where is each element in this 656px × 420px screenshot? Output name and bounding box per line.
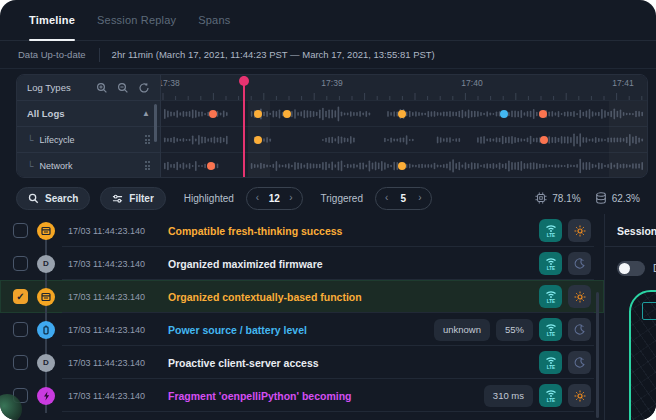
timeline-row-lifecycle[interactable]: └ Lifecycle [17, 127, 161, 153]
tab-spans[interactable]: Spans [198, 0, 230, 40]
waveform-lane-all-logs[interactable] [161, 101, 647, 127]
log-message: Proactive client-server access [168, 357, 319, 369]
triggered-label: Triggered [321, 193, 363, 204]
timeline-panel: Log Types 17:3817:3917:4017:41 All Logs … [16, 74, 648, 178]
tab-bar: Timeline Session Replay Spans [0, 0, 656, 41]
event-marker-dot[interactable] [398, 110, 406, 118]
memory-value: 62.3% [612, 193, 640, 204]
metric-badge: 55% [496, 319, 533, 341]
signal-lte-icon: LTE [544, 355, 558, 370]
highlighted-value: 12 [267, 193, 281, 204]
timeline-row-all-logs[interactable]: All Logs ▲ [17, 101, 161, 127]
search-label: Search [45, 193, 78, 204]
cpu-icon [535, 192, 547, 204]
light-mode-button[interactable] [568, 384, 591, 407]
log-types-scrollbar[interactable] [154, 104, 157, 142]
network-lte-button[interactable]: LTE [539, 285, 562, 308]
search-button[interactable]: Search [16, 187, 90, 210]
chevron-left-icon[interactable]: ‹ [256, 193, 259, 203]
row-divider [62, 411, 594, 412]
svg-text:LTE: LTE [546, 266, 554, 271]
log-row-checkbox[interactable] [13, 256, 28, 271]
network-lte-button[interactable]: LTE [539, 252, 562, 275]
log-timestamp: 17/03 11:44:23.140 [68, 325, 154, 335]
dark-mode-button[interactable] [568, 318, 591, 341]
zoom-in-icon[interactable] [96, 82, 108, 94]
event-marker-dot[interactable] [539, 110, 547, 118]
svg-text:LTE: LTE [546, 365, 554, 370]
log-row[interactable]: 17/03 11:44:23.140 Power source / batter… [0, 313, 604, 346]
light-mode-button[interactable] [568, 219, 591, 242]
network-lte-button[interactable]: LTE [539, 318, 562, 341]
network-lte-button[interactable]: LTE [539, 351, 562, 374]
log-timestamp: 17/03 11:44:23.140 [68, 226, 154, 236]
log-message: Organized contextually-based function [168, 291, 362, 303]
event-marker-dot[interactable] [540, 136, 548, 144]
event-marker-dot[interactable] [283, 110, 291, 118]
divider [99, 48, 100, 62]
waveform-lane-network[interactable] [161, 153, 647, 178]
dark-mode-button[interactable] [568, 351, 591, 374]
monitor-icon [37, 222, 55, 240]
filter-button[interactable]: Filter [100, 187, 165, 210]
timeline-ruler[interactable]: 17:3817:3917:4017:41 [161, 75, 647, 101]
app-window: Timeline Session Replay Spans Data Up-to… [0, 0, 656, 420]
lifecycle-label: Lifecycle [39, 135, 144, 145]
chevron-right-icon[interactable]: › [289, 193, 292, 203]
highlighted-label: Highlighted [184, 193, 234, 204]
monitor-icon [37, 288, 55, 306]
log-list-scrollbar[interactable] [596, 292, 599, 418]
event-marker-dot[interactable] [500, 110, 508, 118]
session-toggle[interactable] [617, 261, 645, 276]
session-panel-title: Session [605, 214, 656, 247]
log-row[interactable]: 17/03 11:44:23.140 Organized contextuall… [0, 280, 604, 313]
sun-icon [574, 225, 586, 237]
log-message: Fragment 'oenpelliPython' becoming [168, 390, 352, 402]
event-marker-dot[interactable] [254, 136, 262, 144]
log-row[interactable]: 17/03 11:44:23.140 Fragment 'oenpelliPyt… [0, 379, 604, 412]
sun-icon [574, 390, 586, 402]
signal-lte-icon: LTE [544, 256, 558, 271]
battery-icon [37, 321, 55, 339]
waveform-lane-lifecycle[interactable] [161, 127, 647, 153]
svg-text:LTE: LTE [546, 299, 554, 304]
svg-text:LTE: LTE [546, 398, 554, 403]
event-marker-dot[interactable] [209, 110, 217, 118]
tree-branch-icon: └ [27, 135, 33, 145]
filter-label: Filter [129, 193, 153, 204]
log-row[interactable]: 17/03 11:44:23.140 Compatible fresh-thin… [0, 214, 604, 247]
zoom-out-icon[interactable] [117, 82, 129, 94]
log-row[interactable]: D 17/03 11:44:23.140 Proactive client-se… [0, 346, 604, 379]
tab-timeline[interactable]: Timeline [29, 0, 75, 40]
event-marker-dot[interactable] [254, 110, 262, 118]
light-mode-button[interactable] [568, 285, 591, 308]
timeline-row-network[interactable]: └ Network [17, 153, 161, 178]
dark-mode-button[interactable] [568, 252, 591, 275]
log-row-checkbox[interactable] [13, 355, 28, 370]
chevron-left-icon[interactable]: ‹ [385, 193, 388, 203]
drag-handle-icon[interactable] [145, 161, 151, 170]
log-list: 17/03 11:44:23.140 Compatible fresh-thin… [0, 214, 605, 420]
svg-text:LTE: LTE [546, 233, 554, 238]
log-timestamp: 17/03 11:44:23.140 [68, 292, 154, 302]
ruler-tick-label: 17:41 [612, 78, 633, 88]
log-row-checkbox[interactable] [13, 289, 28, 304]
chevron-right-icon[interactable]: › [418, 193, 421, 203]
log-row[interactable]: D 17/03 11:44:23.140 Organized maximized… [0, 247, 604, 280]
network-lte-button[interactable]: LTE [539, 219, 562, 242]
event-marker-dot[interactable] [207, 162, 215, 170]
signal-lte-icon: LTE [544, 223, 558, 238]
log-row-checkbox[interactable] [13, 223, 28, 238]
tab-session-replay[interactable]: Session Replay [97, 0, 176, 40]
log-row-checkbox[interactable] [13, 322, 28, 337]
network-lte-button[interactable]: LTE [539, 384, 562, 407]
search-icon [28, 193, 39, 204]
session-time-range: 2hr 11min (March 17, 2021, 11:44:23 PST … [112, 49, 435, 60]
event-marker-dot[interactable] [398, 162, 406, 170]
log-message: Organized maximized firmware [168, 258, 323, 270]
playhead[interactable] [243, 76, 245, 177]
refresh-icon[interactable] [138, 82, 150, 94]
tree-branch-icon: └ [27, 161, 33, 171]
drag-handle-icon[interactable] [145, 135, 151, 144]
chevron-up-icon[interactable]: ▲ [142, 109, 150, 118]
